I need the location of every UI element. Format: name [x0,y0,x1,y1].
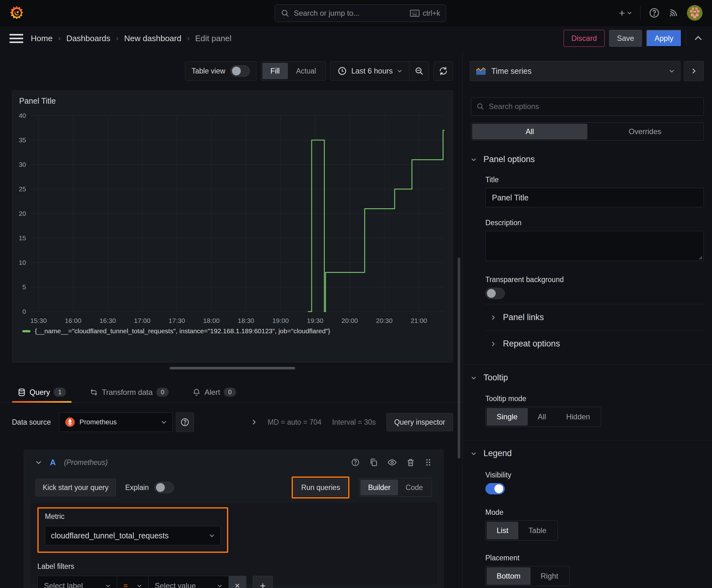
legend-placement-label: Placement [486,554,704,562]
collapse-query-chevron-icon[interactable] [36,459,42,465]
tooltip-single-option[interactable]: Single [487,408,528,426]
description-textarea[interactable] [486,231,704,261]
select-label-dropdown[interactable]: Select label [38,576,117,588]
news-button[interactable] [668,7,679,18]
top-nav: Search or jump to... ctrl+k + [0,0,712,26]
run-queries-button[interactable]: Run queries [294,479,347,496]
svg-text:5: 5 [22,283,26,291]
tooltip-all-option[interactable]: All [528,408,556,426]
plus-icon: + [619,7,625,18]
legend-visibility-toggle[interactable] [486,483,505,495]
transparent-background-toggle[interactable] [486,288,505,299]
breadcrumb-edit-panel: Edit panel [195,34,232,43]
grafana-logo-icon[interactable] [9,6,24,20]
fill-option[interactable]: Fill [262,63,288,79]
panel-links-section[interactable]: Panel links [486,304,704,331]
datasource-picker[interactable]: Prometheus [59,413,173,432]
menu-toggle-button[interactable] [9,32,23,45]
datasource-name: Prometheus [80,418,117,426]
database-icon [18,388,26,397]
vertical-scrollbar[interactable] [458,257,460,459]
svg-text:19:00: 19:00 [272,317,289,324]
chevron-down-icon [209,533,215,538]
metric-highlight: Metric cloudflared_tunnel_total_requests [37,507,228,553]
tab-transform-data[interactable]: Transform data 0 [84,382,174,402]
chevron-down-icon [471,157,477,162]
tab-query[interactable]: Query 1 [12,382,71,402]
code-option[interactable]: Code [398,480,430,495]
legend-section-header[interactable]: Legend [463,448,712,458]
horizontal-scrollbar[interactable] [170,367,295,370]
toggle-visibility-icon[interactable] [387,458,397,467]
query-ref-id[interactable]: A [50,458,56,467]
options-filter-tabs: All Overrides [471,123,704,141]
chevron-down-icon [106,583,110,588]
visualization-picker[interactable]: Time series [470,61,681,81]
query-editor: Data source Prometheus MD = auto = 704 I… [0,403,462,588]
tab-overrides[interactable]: Overrides [587,124,703,140]
actual-option[interactable]: Actual [288,63,324,79]
tooltip-section-header[interactable]: Tooltip [463,373,712,383]
title-field-label: Title [486,175,704,184]
repeat-options-section[interactable]: Repeat options [486,331,704,357]
legend-right-option[interactable]: Right [531,567,568,585]
svg-text:20: 20 [19,210,26,217]
query-inspector-button[interactable]: Query inspector [386,413,453,431]
query-help-icon[interactable] [351,458,360,467]
toggle-viz-pane-button[interactable] [684,61,704,81]
zoom-out-time-button[interactable] [409,62,429,80]
legend-table-option[interactable]: Table [518,522,556,539]
search-input[interactable]: Search or jump to... ctrl+k [275,4,446,22]
chart-legend: {__name__="cloudflared_tunnel_total_requ… [12,327,453,340]
kick-start-query-button[interactable]: Kick start your query [36,479,116,496]
explain-toggle[interactable] [154,482,174,493]
chevron-up-icon [694,34,703,43]
table-view-toggle[interactable] [231,65,250,77]
legend-bottom-option[interactable]: Bottom [487,567,531,585]
breadcrumb-home[interactable]: Home [31,34,52,43]
duplicate-query-icon[interactable] [369,458,378,467]
breadcrumb-dashboards[interactable]: Dashboards [66,34,110,43]
legend-list-option[interactable]: List [487,522,518,539]
chevron-right-icon[interactable] [251,419,257,425]
metric-select[interactable]: cloudflared_tunnel_total_requests [45,526,221,545]
breadcrumb-new-dashboard[interactable]: New dashboard [124,34,181,43]
save-button[interactable]: Save [609,30,642,47]
svg-text:40: 40 [19,112,26,119]
datasource-help-button[interactable] [176,413,194,432]
legend-series-marker[interactable] [22,330,30,332]
panel-title-input[interactable]: Panel Title [486,188,704,207]
new-menu-button[interactable]: + [619,7,632,18]
panel-options-section-header[interactable]: Panel options [463,154,712,164]
drag-handle-icon[interactable] [425,458,432,467]
discard-button[interactable]: Discard [563,30,605,47]
apply-button[interactable]: Apply [646,30,682,47]
legend-series-label[interactable]: {__name__="cloudflared_tunnel_total_requ… [35,327,330,335]
chevron-down-icon [471,451,477,456]
active-tab-underline [12,401,71,403]
editor-tabs: Query 1 Transform data 0 Alert 0 [0,382,462,403]
tab-alert[interactable]: Alert 0 [187,382,241,402]
select-value-dropdown[interactable]: Select value [148,576,229,588]
main-area: Table view Fill Actual Last 6 hours [0,51,712,588]
refresh-button[interactable] [434,61,453,81]
options-search-input[interactable]: Search options [471,97,704,115]
explain-label: Explain [125,483,149,492]
builder-option[interactable]: Builder [360,480,398,495]
options-sidebar: Time series Search options All Overrides… [462,51,712,588]
help-button[interactable] [649,7,660,19]
panel-title[interactable]: Panel Title [12,91,453,107]
collapse-header-button[interactable] [694,34,703,43]
delete-query-icon[interactable] [406,458,415,467]
time-range-button[interactable]: Last 6 hours [330,66,409,76]
tab-all[interactable]: All [472,124,587,140]
resize-handle-icon[interactable] [698,255,702,259]
builder-code-switch: Builder Code [359,478,432,497]
tooltip-hidden-option[interactable]: Hidden [556,408,600,426]
time-series-chart: 051015202530354015:3016:0016:3017:0017:3… [12,107,449,327]
actions-divider [686,31,686,45]
add-filter-button[interactable]: + [253,576,273,588]
remove-filter-button[interactable]: × [229,576,246,588]
operator-dropdown[interactable]: = [117,576,148,588]
user-avatar[interactable] [687,5,703,21]
